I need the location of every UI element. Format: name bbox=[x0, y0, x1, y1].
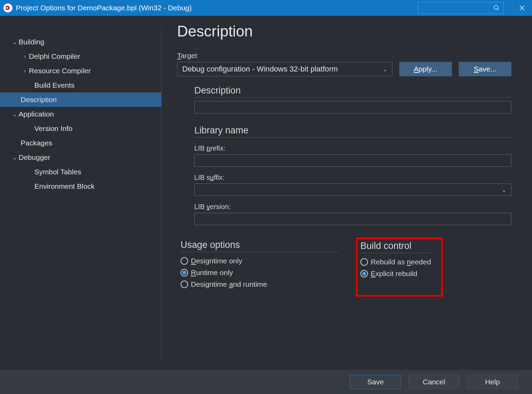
chevron-down-icon: ⌄ bbox=[502, 187, 506, 193]
lib-suffix-input[interactable]: ⌄ bbox=[194, 184, 511, 196]
cancel-button[interactable]: Cancel bbox=[408, 375, 460, 389]
app-icon bbox=[3, 3, 12, 12]
tree-item-packages[interactable]: Packages bbox=[0, 136, 161, 150]
target-label: Target bbox=[177, 52, 392, 60]
chevron-down-icon: ⌄ bbox=[10, 154, 19, 161]
radio-label: Rebuild as needed bbox=[371, 258, 431, 266]
lib-version-label: LIB version: bbox=[194, 203, 511, 211]
svg-point-0 bbox=[494, 6, 498, 10]
chevron-down-icon: ⌄ bbox=[383, 66, 387, 73]
search-input[interactable] bbox=[418, 2, 504, 14]
tree-item-build-events[interactable]: Build Events bbox=[0, 78, 161, 92]
sidebar: ⌄ Building › Delphi Compiler › Resource … bbox=[0, 26, 162, 360]
tree-item-building[interactable]: ⌄ Building bbox=[0, 35, 161, 49]
save-button[interactable]: Save bbox=[350, 375, 401, 389]
radio-icon bbox=[360, 258, 368, 266]
radio-runtime-only[interactable]: Runtime only bbox=[181, 269, 339, 277]
usage-options-group: Usage options Designtime only Runtime on… bbox=[177, 238, 342, 297]
radio-label: Explicit rebuild bbox=[371, 270, 417, 278]
description-heading: Description bbox=[194, 85, 511, 98]
tree-label: Resource Compiler bbox=[29, 67, 91, 75]
tree-label: Debugger bbox=[19, 153, 50, 162]
radio-icon bbox=[181, 257, 188, 265]
page-title: Description bbox=[177, 23, 511, 40]
help-button[interactable]: Help bbox=[467, 375, 518, 389]
close-button[interactable] bbox=[514, 0, 530, 16]
lib-prefix-input[interactable] bbox=[194, 154, 511, 167]
titlebar: Project Options for DemoPackage.bpl (Win… bbox=[0, 0, 532, 16]
tree-label: Version Info bbox=[34, 124, 73, 133]
chevron-down-icon: ⌄ bbox=[10, 111, 19, 118]
build-control-group: Build control Rebuild as needed Explicit… bbox=[356, 238, 443, 297]
radio-label: Designtime and runtime bbox=[191, 280, 267, 288]
content-pane: Description Target Debug configuration -… bbox=[162, 16, 532, 370]
tree-label: Symbol Tables bbox=[34, 168, 81, 176]
tree-label: Description bbox=[21, 96, 57, 104]
tree-label: Application bbox=[19, 110, 54, 118]
lib-suffix-label: LIB suffix: bbox=[194, 174, 511, 182]
library-heading: Library name bbox=[194, 125, 511, 138]
chevron-right-icon: › bbox=[21, 53, 29, 59]
chevron-right-icon: › bbox=[21, 68, 29, 74]
tree-item-version-info[interactable]: Version Info bbox=[0, 121, 161, 136]
radio-designtime-only[interactable]: Designtime only bbox=[181, 257, 339, 265]
radio-designtime-and-runtime[interactable]: Designtime and runtime bbox=[181, 280, 339, 288]
search-icon bbox=[493, 4, 500, 11]
target-select[interactable]: Debug configuration - Windows 32-bit pla… bbox=[177, 62, 392, 76]
apply-button[interactable]: Apply... bbox=[399, 62, 452, 76]
radio-icon bbox=[181, 269, 188, 276]
footer: Save Cancel Help bbox=[0, 370, 532, 394]
chevron-down-icon: ⌄ bbox=[10, 39, 19, 45]
radio-label: Runtime only bbox=[191, 269, 233, 277]
lib-prefix-label: LIB prefix: bbox=[194, 144, 511, 152]
radio-icon bbox=[181, 281, 188, 288]
radio-rebuild-as-needed[interactable]: Rebuild as needed bbox=[360, 258, 431, 266]
tree-item-delphi-compiler[interactable]: › Delphi Compiler bbox=[0, 49, 161, 64]
tree-item-application[interactable]: ⌄ Application bbox=[0, 107, 161, 121]
description-input[interactable] bbox=[194, 101, 511, 113]
save-target-button[interactable]: Save... bbox=[459, 62, 511, 76]
tree-item-debugger[interactable]: ⌄ Debugger bbox=[0, 150, 161, 165]
radio-label: Designtime only bbox=[191, 257, 242, 265]
close-icon bbox=[519, 5, 525, 11]
svg-line-1 bbox=[498, 9, 499, 10]
radio-icon bbox=[360, 270, 368, 277]
tree-item-symbol-tables[interactable]: Symbol Tables bbox=[0, 165, 161, 179]
tree-label: Environment Block bbox=[34, 182, 95, 190]
target-value: Debug configuration - Windows 32-bit pla… bbox=[182, 65, 338, 74]
tree-label: Build Events bbox=[34, 81, 75, 89]
tree-item-environment-block[interactable]: Environment Block bbox=[0, 179, 161, 194]
usage-heading: Usage options bbox=[181, 240, 339, 252]
build-control-heading: Build control bbox=[360, 241, 431, 253]
lib-version-input[interactable] bbox=[194, 213, 511, 225]
tree-label: Delphi Compiler bbox=[29, 52, 80, 61]
tree-label: Packages bbox=[21, 139, 52, 147]
window-title: Project Options for DemoPackage.bpl (Win… bbox=[16, 4, 192, 12]
radio-explicit-rebuild[interactable]: Explicit rebuild bbox=[360, 270, 431, 278]
tree-item-description[interactable]: Description bbox=[0, 92, 161, 107]
tree-item-resource-compiler[interactable]: › Resource Compiler bbox=[0, 64, 161, 78]
tree-label: Building bbox=[19, 38, 44, 46]
